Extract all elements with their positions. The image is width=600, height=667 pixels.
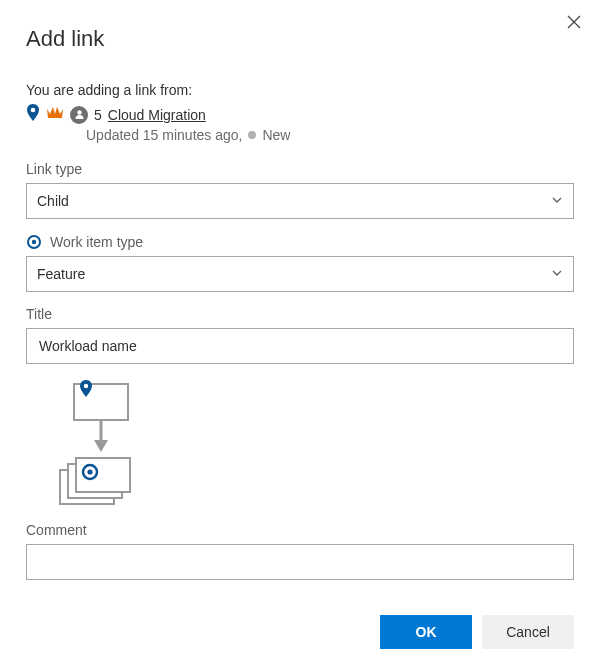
ok-button[interactable]: OK — [380, 615, 472, 649]
close-icon — [566, 14, 582, 30]
svg-point-5 — [84, 384, 88, 388]
svg-point-0 — [31, 108, 36, 113]
link-type-value: Child — [37, 193, 69, 209]
target-icon — [26, 233, 42, 250]
svg-point-1 — [77, 110, 81, 114]
chevron-down-icon — [551, 193, 563, 209]
source-item-meta: Updated 15 minutes ago, New — [86, 127, 574, 143]
work-item-type-value: Feature — [37, 266, 85, 282]
dialog-prompt: You are adding a link from: — [26, 82, 574, 98]
work-item-type-label-text: Work item type — [50, 234, 143, 250]
avatar-icon — [70, 106, 88, 124]
source-work-item: 5 Cloud Migration — [26, 104, 574, 125]
pin-icon — [26, 104, 40, 125]
title-label: Title — [26, 306, 574, 322]
work-item-type-select[interactable]: Feature — [26, 256, 574, 292]
title-input-wrapper[interactable] — [26, 328, 574, 364]
source-item-title-link[interactable]: Cloud Migration — [108, 107, 206, 123]
title-input[interactable] — [37, 337, 563, 355]
work-item-type-label: Work item type — [26, 233, 574, 250]
source-item-state: New — [262, 127, 290, 143]
link-relationship-diagram — [46, 378, 166, 508]
source-item-updated: Updated 15 minutes ago, — [86, 127, 242, 143]
close-button[interactable] — [566, 14, 582, 30]
dialog-title: Add link — [26, 26, 574, 52]
crown-icon — [46, 106, 64, 123]
cancel-button[interactable]: Cancel — [482, 615, 574, 649]
source-item-id: 5 — [94, 107, 102, 123]
comment-label: Comment — [26, 522, 574, 538]
chevron-down-icon — [551, 266, 563, 282]
link-type-select[interactable]: Child — [26, 183, 574, 219]
svg-point-11 — [87, 470, 92, 475]
comment-input[interactable] — [37, 553, 563, 571]
dialog-footer: OK Cancel — [380, 615, 574, 649]
state-dot-icon — [248, 131, 256, 139]
svg-point-3 — [32, 240, 36, 244]
link-type-label: Link type — [26, 161, 574, 177]
comment-input-wrapper[interactable] — [26, 544, 574, 580]
